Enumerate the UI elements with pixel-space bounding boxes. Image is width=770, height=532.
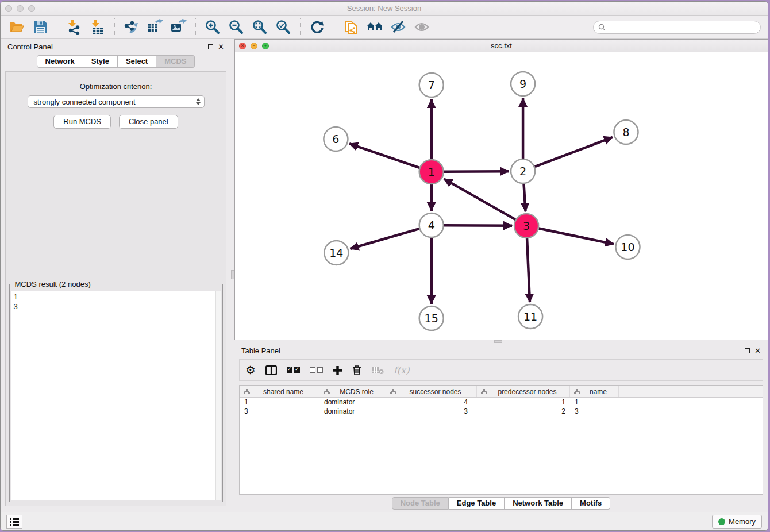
import-table-icon[interactable] bbox=[88, 18, 107, 36]
settings-gear-icon[interactable]: ⚙ bbox=[245, 363, 256, 377]
node-2[interactable]: 2 bbox=[511, 159, 535, 183]
criterion-dropdown[interactable]: strongly connected component bbox=[28, 95, 205, 108]
node-1[interactable]: 1 bbox=[419, 160, 444, 184]
deselect-all-icon[interactable] bbox=[310, 363, 323, 377]
node-label: 3 bbox=[523, 219, 530, 232]
table-row[interactable]: 1dominator411 bbox=[240, 398, 763, 407]
float-panel-icon[interactable] bbox=[208, 44, 213, 49]
tab-edge-table[interactable]: Edge Table bbox=[449, 497, 505, 510]
save-session-icon[interactable] bbox=[31, 18, 49, 36]
close-panel-button[interactable]: Close panel bbox=[119, 115, 178, 129]
task-history-button[interactable] bbox=[6, 515, 22, 529]
node-3[interactable]: 3 bbox=[514, 214, 538, 238]
open-session-icon[interactable] bbox=[7, 18, 26, 36]
node-14[interactable]: 14 bbox=[324, 241, 348, 265]
table-row[interactable]: 3dominator323 bbox=[240, 407, 763, 416]
node-11[interactable]: 11 bbox=[518, 304, 542, 329]
close-panel-icon[interactable]: ✕ bbox=[218, 43, 224, 51]
node-6[interactable]: 6 bbox=[324, 127, 348, 151]
zoom-window-button[interactable] bbox=[28, 5, 35, 12]
run-mcds-button[interactable]: Run MCDS bbox=[53, 115, 111, 129]
first-neighbors-icon[interactable] bbox=[365, 18, 384, 36]
table-cell[interactable]: 2 bbox=[477, 407, 570, 416]
horizontal-splitter-handle[interactable] bbox=[494, 340, 502, 343]
horizontal-splitter[interactable] bbox=[234, 340, 768, 343]
edge-1-2[interactable] bbox=[444, 171, 509, 172]
node-table[interactable]: shared nameMCDS rolesuccessor nodesprede… bbox=[239, 385, 763, 495]
network-graph[interactable]: 7968124314101511 bbox=[235, 52, 768, 340]
node-9[interactable]: 9 bbox=[511, 72, 535, 96]
tab-mcds[interactable]: MCDS bbox=[156, 55, 195, 68]
column-header-successor-nodes[interactable]: successor nodes bbox=[386, 386, 477, 397]
zoom-selected-icon[interactable] bbox=[274, 18, 292, 36]
table-cell[interactable]: 1 bbox=[477, 398, 570, 407]
zoom-fit-icon[interactable] bbox=[251, 18, 269, 36]
select-all-icon[interactable] bbox=[287, 363, 300, 377]
toolbar-separator bbox=[114, 18, 115, 36]
close-window-button[interactable] bbox=[5, 5, 12, 12]
add-column-icon[interactable] bbox=[333, 363, 342, 377]
tab-select[interactable]: Select bbox=[118, 55, 156, 68]
edge-4-14[interactable] bbox=[350, 229, 419, 249]
node-8[interactable]: 8 bbox=[614, 120, 638, 144]
import-network-icon[interactable] bbox=[65, 18, 83, 36]
column-chooser-icon[interactable] bbox=[265, 363, 277, 377]
tab-style[interactable]: Style bbox=[83, 55, 118, 68]
column-header-name[interactable]: name bbox=[570, 386, 619, 397]
result-scrollbar[interactable] bbox=[215, 291, 221, 500]
column-header-predecessor-nodes[interactable]: predecessor nodes bbox=[477, 386, 570, 397]
toolbar-separator bbox=[57, 18, 57, 36]
export-network-icon[interactable] bbox=[122, 18, 141, 36]
vertical-splitter-handle[interactable] bbox=[231, 270, 234, 279]
table-cell[interactable]: 1 bbox=[240, 398, 319, 407]
table-cell[interactable]: 4 bbox=[386, 398, 477, 407]
delete-column-icon[interactable] bbox=[352, 363, 361, 377]
show-all-icon[interactable] bbox=[413, 18, 431, 36]
table-cell[interactable]: dominator bbox=[319, 407, 386, 416]
edge-2-3[interactable] bbox=[523, 184, 525, 211]
network-minimize-button[interactable]: − bbox=[251, 43, 257, 49]
edge-1-6[interactable] bbox=[349, 144, 419, 168]
node-10[interactable]: 10 bbox=[615, 235, 640, 259]
edge-3-1[interactable] bbox=[444, 179, 515, 219]
export-image-icon[interactable] bbox=[170, 18, 188, 36]
mcds-result-textarea[interactable]: 1 3 bbox=[11, 291, 221, 500]
edge-4-3[interactable] bbox=[444, 225, 512, 226]
node-15[interactable]: 15 bbox=[419, 306, 444, 330]
table-tabs: Node TableEdge TableNetwork TableMotifs bbox=[234, 495, 768, 512]
table-cell[interactable]: 1 bbox=[570, 398, 619, 407]
column-header-MCDS-role[interactable]: MCDS role bbox=[319, 386, 386, 397]
search-box[interactable] bbox=[593, 21, 761, 34]
refresh-icon[interactable] bbox=[308, 18, 326, 36]
edge-2-8[interactable] bbox=[535, 137, 613, 167]
float-table-panel-icon[interactable] bbox=[745, 348, 750, 353]
tab-motifs[interactable]: Motifs bbox=[572, 497, 610, 510]
network-zoom-button[interactable]: + bbox=[262, 43, 269, 49]
table-cell[interactable]: dominator bbox=[319, 398, 386, 407]
main-toolbar bbox=[1, 16, 768, 39]
minimize-window-button[interactable] bbox=[17, 5, 24, 12]
table-cell[interactable]: 3 bbox=[240, 407, 319, 416]
duplicate-network-icon[interactable] bbox=[342, 18, 360, 36]
export-table-icon[interactable] bbox=[146, 18, 164, 36]
network-canvas[interactable]: 7968124314101511 bbox=[235, 52, 768, 340]
zoom-in-icon[interactable] bbox=[203, 18, 222, 36]
tab-network-table[interactable]: Network Table bbox=[505, 497, 572, 510]
node-4[interactable]: 4 bbox=[419, 213, 444, 237]
table-cell[interactable]: 3 bbox=[386, 407, 477, 416]
edge-3-11[interactable] bbox=[527, 238, 530, 302]
search-input[interactable] bbox=[609, 23, 756, 31]
hide-selected-icon[interactable] bbox=[389, 18, 407, 36]
table-cell[interactable]: 3 bbox=[570, 407, 619, 416]
vertical-splitter[interactable] bbox=[231, 39, 234, 512]
tab-node-table[interactable]: Node Table bbox=[392, 497, 449, 510]
close-table-panel-icon[interactable]: ✕ bbox=[754, 347, 761, 354]
column-header-shared-name[interactable]: shared name bbox=[240, 386, 319, 397]
memory-button[interactable]: Memory bbox=[712, 515, 762, 529]
network-window-titlebar[interactable]: ✕ − + scc.txt bbox=[235, 40, 768, 52]
tab-network[interactable]: Network bbox=[37, 55, 83, 68]
zoom-out-icon[interactable] bbox=[227, 18, 245, 36]
node-7[interactable]: 7 bbox=[419, 73, 444, 97]
network-close-button[interactable]: ✕ bbox=[239, 43, 246, 49]
edge-3-10[interactable] bbox=[539, 229, 614, 244]
